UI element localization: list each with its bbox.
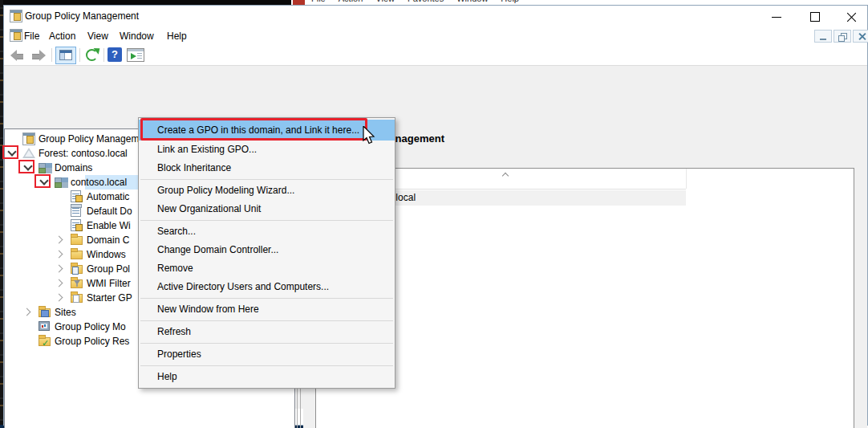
tree-item-label: contoso.local <box>71 175 127 190</box>
menu-separator <box>139 218 395 222</box>
column-divider[interactable] <box>686 169 687 189</box>
context-menu: Create a GPO in this domain, and Link it… <box>138 117 395 389</box>
tree-item-label: Group Policy Mo <box>55 320 126 334</box>
background-menu-favorites: Favorites <box>408 0 444 3</box>
background-menu-action: Action <box>339 0 363 3</box>
menu-item-new-organizational-unit[interactable]: New Organizational Unit <box>139 200 395 218</box>
folder-gpo-icon <box>71 265 83 274</box>
tree-item-label: Automatic <box>87 190 129 204</box>
menu-separator <box>139 177 395 181</box>
folder-icon <box>71 236 83 245</box>
toolbar-separator <box>103 48 104 62</box>
chevron-right-icon[interactable] <box>55 278 66 289</box>
folder-wmi-icon <box>71 279 83 288</box>
menu-item-group-policy-modeling-wizard[interactable]: Group Policy Modeling Wizard... <box>139 181 395 200</box>
menu-item-refresh[interactable]: Refresh <box>139 323 395 341</box>
menu-help[interactable]: Help <box>167 31 187 42</box>
menu-action[interactable]: Action <box>49 31 75 42</box>
annotation-box-menu-item <box>140 118 367 141</box>
gpmc-console-icon <box>10 29 22 42</box>
background-menu-file: File <box>311 0 326 3</box>
menu-item-link-an-existing-gpo[interactable]: Link an Existing GPO... <box>139 141 395 159</box>
tree-item-label: Starter GP <box>87 291 132 305</box>
gpmc-app-icon <box>10 10 22 22</box>
gpo-lock-icon <box>71 190 81 202</box>
sort-ascending-icon <box>502 172 509 177</box>
menu-window[interactable]: Window <box>120 31 154 42</box>
menu-item-remove[interactable]: Remove <box>139 259 395 278</box>
tree-item-label: Sites <box>55 305 76 320</box>
action-pane-icon[interactable] <box>127 48 144 62</box>
annotation-box-expander <box>18 160 34 173</box>
mdi-minimize-button[interactable] <box>814 30 832 43</box>
chevron-right-icon[interactable] <box>55 263 66 275</box>
tree-item-label: Group Policy Management <box>39 132 152 146</box>
menu-separator <box>139 319 395 323</box>
back-icon[interactable] <box>9 47 26 63</box>
menu-separator <box>139 341 395 345</box>
gpo-icon <box>71 205 81 217</box>
menu-file[interactable]: File <box>24 31 39 42</box>
annotation-box-expander <box>34 174 51 188</box>
gpmc-icon <box>22 132 35 145</box>
toolbar <box>4 45 867 66</box>
close-button[interactable] <box>837 6 867 26</box>
menu-item-new-window-from-here[interactable]: New Window from Here <box>139 300 395 319</box>
background-menu-help: Help <box>501 0 519 3</box>
menu-item-help[interactable]: Help <box>139 368 395 386</box>
refresh-icon[interactable] <box>83 47 99 63</box>
tree-item-label: Default Do <box>87 204 132 218</box>
gpo-lock-icon <box>71 219 81 231</box>
help-icon[interactable] <box>107 47 122 62</box>
mouse-cursor <box>363 126 377 149</box>
tree-item-label: Forest: contoso.local <box>39 146 128 161</box>
menu-view[interactable]: View <box>87 31 108 42</box>
chevron-right-icon[interactable] <box>55 234 66 246</box>
tree-item-label: WMI Filter <box>87 276 131 291</box>
menu-item-change-domain-controller[interactable]: Change Domain Controller... <box>139 241 395 259</box>
folder-starter-icon <box>71 294 83 303</box>
background-menu-bar: FileActionViewFavoritesWindowHelp <box>311 0 532 3</box>
toolbar-separator <box>79 48 80 62</box>
maximize-button[interactable] <box>800 6 830 26</box>
window-title: Group Policy Management <box>25 10 139 22</box>
tree-item-label: Group Pol <box>87 262 130 276</box>
console-tree-icon[interactable] <box>55 47 76 64</box>
forward-icon[interactable] <box>30 47 47 63</box>
contents-list: Name contoso.local <box>315 168 854 428</box>
menu-item-search[interactable]: Search... <box>139 222 395 241</box>
menu-separator <box>139 364 395 368</box>
chevron-right-icon[interactable] <box>22 307 34 318</box>
title-bar: Group Policy Management <box>4 6 867 26</box>
mdi-close-button[interactable] <box>853 30 868 43</box>
folder-sites-icon <box>39 308 51 317</box>
menu-separator <box>139 296 395 300</box>
background-menu-window: Window <box>456 0 488 3</box>
tree-item-label: Windows <box>87 247 126 262</box>
tree-item-label: Domain C <box>87 233 129 247</box>
folder-results-icon <box>39 337 51 346</box>
forest-icon <box>22 148 35 158</box>
domain-icon <box>55 177 67 190</box>
gpmc-window: Group Policy Management FileActionViewWi… <box>3 5 868 426</box>
mdi-restore-button[interactable] <box>834 30 851 43</box>
minimize-button[interactable] <box>761 6 792 26</box>
chevron-right-icon[interactable] <box>55 249 66 260</box>
annotation-box-expander <box>2 145 18 159</box>
tree-item-label: Group Policy Res <box>55 334 129 349</box>
menu-item-block-inheritance[interactable]: Block Inheritance <box>139 159 395 177</box>
background-menu-view: View <box>375 0 395 3</box>
chevron-right-icon[interactable] <box>55 292 66 304</box>
screen: FileActionViewFavoritesWindowHelp Group … <box>0 0 868 428</box>
tree-item-label: Enable Wi <box>87 218 131 233</box>
folder-icon <box>71 251 83 259</box>
modeling-icon <box>39 321 50 331</box>
toolbar-separator <box>51 48 52 62</box>
menu-item-properties[interactable]: Properties <box>139 345 395 364</box>
menu-bar: FileActionViewWindowHelp <box>4 26 867 45</box>
main-area: Group Policy ManagementForest: contoso.l… <box>4 66 867 409</box>
menu-item-active-directory-users-and-computers[interactable]: Active Directory Users and Computers... <box>139 278 395 296</box>
tree-item-label: Domains <box>55 161 92 175</box>
